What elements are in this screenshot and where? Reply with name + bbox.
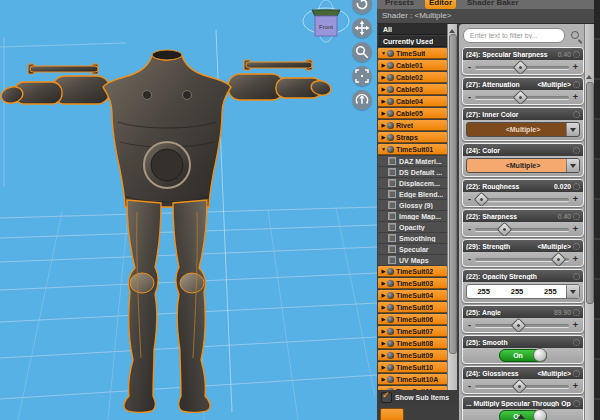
slider-plus[interactable]: + [573,382,578,391]
gear-icon[interactable] [573,400,580,407]
tree-item-timesuit09[interactable]: ▶TimeSuit09 [378,350,447,361]
slider-thumb[interactable] [512,378,528,394]
gear-icon[interactable] [573,183,580,190]
expand-icon[interactable]: ▶ [380,62,387,68]
slider-thumb[interactable] [497,221,513,237]
tree-item-smoothing[interactable]: Smoothing [378,233,447,243]
viewport-3d[interactable]: Front [0,0,377,420]
toggle-knob[interactable] [533,348,547,362]
slider-track[interactable] [475,258,569,261]
slider-plus[interactable]: + [573,63,578,72]
tree-item-daz-material[interactable]: DAZ Materi... [378,156,447,166]
dropdown-arrow-icon[interactable] [566,123,579,136]
parameters-scrollbar[interactable] [584,24,594,420]
tab-shader-baker[interactable]: Shader Baker [463,0,523,9]
expand-icon[interactable]: ▶ [380,340,387,346]
tree-item-ds-default[interactable]: DS Default ... [378,167,447,177]
tree-item-timesuit03[interactable]: ▶TimeSuit03 [378,278,447,289]
tree-item-uv-maps[interactable]: UV Maps [378,255,447,265]
tree-item-timesuit10a[interactable]: ▶TimeSuit10A [378,374,447,385]
scroll-more-indicator[interactable] [517,410,525,419]
expand-icon[interactable]: ▶ [380,268,387,274]
expand-icon[interactable]: ▶ [380,74,387,80]
expand-icon[interactable]: ▼ [380,146,387,152]
tree-item-all[interactable]: All [378,24,447,35]
expand-icon[interactable]: ▶ [380,280,387,286]
slider[interactable]: -+ [463,192,583,206]
tree-item-opacity[interactable]: Opacity [378,222,447,232]
tree-item-timesuit04[interactable]: ▶TimeSuit04 [378,290,447,301]
tab-editor[interactable]: Editor [425,0,456,9]
slider-minus[interactable]: - [468,255,471,264]
expand-icon[interactable]: ▶ [380,292,387,298]
expand-icon[interactable]: ▶ [380,98,387,104]
tree-item-timesuit05[interactable]: ▶TimeSuit05 [378,302,447,313]
slider-plus[interactable]: + [573,195,578,204]
slider-plus[interactable]: + [573,93,578,102]
slider-track[interactable] [475,66,569,69]
tree-item-straps[interactable]: ▶Straps [378,132,447,143]
expand-icon[interactable]: ▶ [380,364,387,370]
parameters-scrollbar-thumb[interactable] [586,82,594,304]
expand-icon[interactable]: ▼ [380,50,387,56]
tree-item-glossy[interactable]: Glossy (9) [378,200,447,210]
expand-icon[interactable]: ▶ [380,304,387,310]
gear-icon[interactable] [573,147,580,154]
show-sub-items-row[interactable]: ✓ Show Sub Items [378,390,460,404]
tree-item-timesuit06[interactable]: ▶TimeSuit06 [378,314,447,325]
color-swatch[interactable]: <Multiple> [466,158,580,173]
slider[interactable]: -+ [463,60,583,74]
slider[interactable]: -+ [463,222,583,236]
slider-track[interactable] [475,228,569,231]
tree-item-timesuit07[interactable]: ▶TimeSuit07 [378,326,447,337]
tree-item-cable01[interactable]: ▶Cable01 [378,60,447,71]
rgb-value-field[interactable]: 255 255 255 [466,284,580,299]
scroll-up-icon[interactable] [449,26,455,33]
slider-minus[interactable]: - [468,382,471,391]
show-sub-items-checkbox[interactable]: ✓ [381,392,392,403]
pan-icon[interactable] [352,18,372,38]
slider-minus[interactable]: - [468,321,471,330]
clipped-orange-button[interactable] [380,408,404,420]
filter-input[interactable] [463,28,565,43]
slider-plus[interactable]: + [573,225,578,234]
tree-item-timesuit08[interactable]: ▶TimeSuit08 [378,338,447,349]
expand-icon[interactable]: ▶ [380,134,387,140]
expand-icon[interactable]: ▶ [380,352,387,358]
expand-icon[interactable]: ▶ [380,376,387,382]
tree-item-rivet[interactable]: ▶Rivet [378,120,447,131]
slider-minus[interactable]: - [468,93,471,102]
slider-track[interactable] [475,385,569,388]
color-swatch[interactable]: <Multiple> [466,122,580,137]
tree-item-specular[interactable]: Specular [378,244,447,254]
slider-track[interactable] [475,198,569,201]
tree-item-cable03[interactable]: ▶Cable03 [378,84,447,95]
expand-icon[interactable]: ▶ [380,122,387,128]
tree-item-currently-used[interactable]: Currently Used [378,36,447,47]
smooth-toggle[interactable]: On [499,349,547,362]
gear-icon[interactable] [573,111,580,118]
slider-minus[interactable]: - [468,225,471,234]
slider-thumb[interactable] [511,317,527,333]
dropdown-arrow-icon[interactable] [566,285,579,298]
reset-camera-icon[interactable] [352,90,372,110]
expand-icon[interactable]: ▶ [380,316,387,322]
tree-item-edge-blend[interactable]: Edge Blend... [378,189,447,199]
rgb-g-value[interactable]: 255 [500,287,533,296]
tree-item-timesuit[interactable]: ▼TimeSuit [378,48,447,59]
tree-scrollbar[interactable] [447,24,457,390]
rgb-b-value[interactable]: 255 [534,287,567,296]
slider-minus[interactable]: - [468,63,471,72]
docked-pane-edge-strip[interactable] [594,0,600,420]
zoom-icon[interactable] [352,42,372,62]
slider-plus[interactable]: + [573,255,578,264]
slider-track[interactable] [475,96,569,99]
expand-icon[interactable]: ▶ [380,328,387,334]
gear-icon[interactable] [573,81,580,88]
tree-item-cable02[interactable]: ▶Cable02 [378,72,447,83]
gear-icon[interactable] [573,213,580,220]
slider-minus[interactable]: - [468,195,471,204]
tree-item-image-map[interactable]: Image Map... [378,211,447,221]
slider-plus[interactable]: + [573,321,578,330]
gear-icon[interactable] [573,309,580,316]
